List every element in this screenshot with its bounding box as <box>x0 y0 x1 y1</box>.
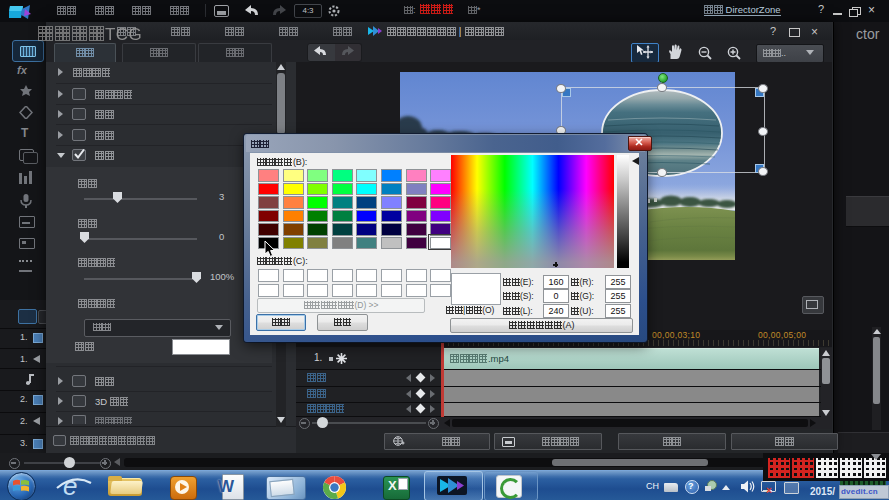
svg-text:e: e <box>63 472 77 499</box>
